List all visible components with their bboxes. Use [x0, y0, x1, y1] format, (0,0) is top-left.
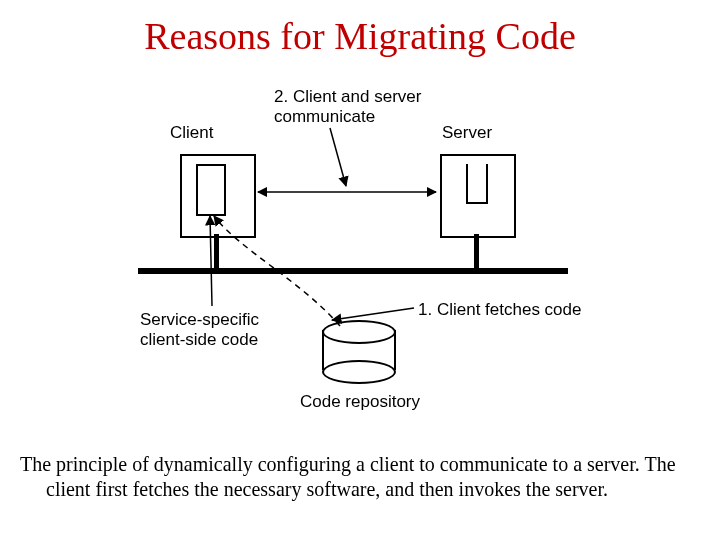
slide-title: Reasons for Migrating Code [0, 14, 720, 58]
server-stub [474, 234, 479, 270]
slide: Reasons for Migrating Code Client 2. Cli… [0, 0, 720, 540]
label-code-repository: Code repository [300, 392, 420, 412]
repo-cylinder-bottom [322, 360, 396, 384]
label-step1: 1. Client fetches code [418, 300, 581, 320]
label-server: Server [442, 123, 492, 143]
client-stub [214, 234, 219, 270]
repo-cylinder-top [322, 320, 396, 344]
network-bus [138, 268, 568, 274]
svg-line-2 [332, 308, 414, 320]
svg-line-0 [330, 128, 346, 186]
server-socket-left [466, 164, 468, 204]
server-socket-bottom [466, 202, 488, 204]
client-inner-module [196, 164, 226, 216]
label-service-code: Service-specific client-side code [140, 310, 259, 351]
server-box [440, 154, 516, 238]
label-step2: 2. Client and server communicate [274, 87, 421, 128]
server-socket-right [486, 164, 488, 204]
caption: The principle of dynamically configuring… [20, 452, 700, 502]
caption-text: The principle of dynamically configuring… [20, 452, 700, 502]
label-client: Client [170, 123, 213, 143]
